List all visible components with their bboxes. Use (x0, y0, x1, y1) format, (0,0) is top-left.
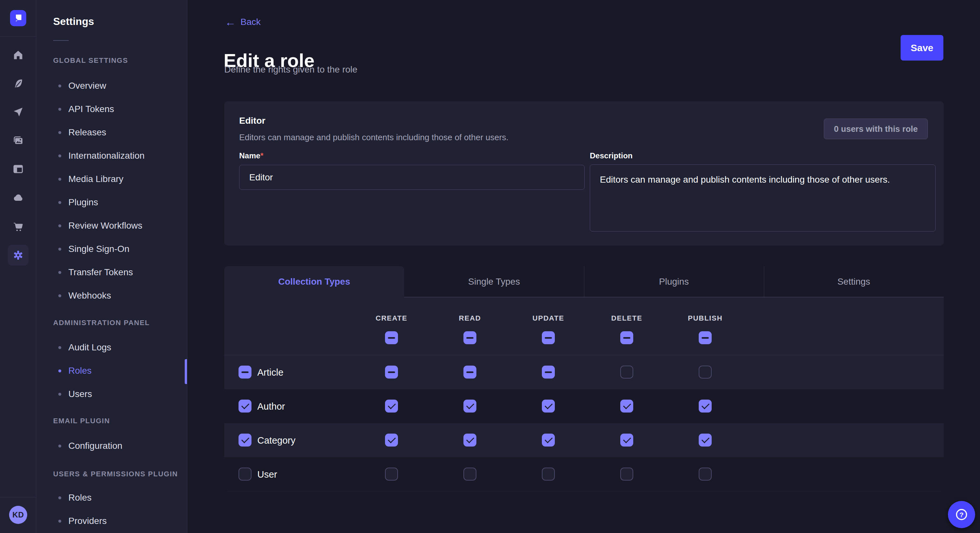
permission-row-article: Article (224, 355, 944, 389)
back-link[interactable]: ← Back (225, 14, 261, 30)
permission-row-author: Author (224, 389, 944, 423)
cloud-icon[interactable] (8, 187, 29, 208)
settings-gear-icon[interactable] (8, 245, 29, 265)
checkbox-category-create[interactable] (385, 434, 398, 447)
help-button[interactable]: ? (948, 501, 975, 528)
sidebar-item-internationalization[interactable]: Internationalization (36, 144, 187, 167)
bullet-icon (58, 393, 61, 396)
media-library-icon[interactable] (8, 130, 29, 151)
description-field-label: Description (590, 151, 633, 160)
select-all-update-checkbox[interactable] (542, 331, 555, 344)
save-button[interactable]: Save (900, 35, 943, 60)
checkbox-article-create[interactable] (385, 366, 398, 379)
sidebar-item-label: Audit Logs (68, 342, 111, 353)
sidebar-item-label: Internationalization (68, 151, 145, 161)
sidebar-item-transfer-tokens[interactable]: Transfer Tokens (36, 261, 187, 284)
sidebar-item-up-roles[interactable]: Roles (36, 486, 187, 509)
tab-plugins[interactable]: Plugins (584, 266, 764, 297)
active-item-indicator (185, 359, 187, 384)
bullet-icon (58, 497, 61, 499)
column-header-read: READ (459, 314, 481, 322)
cart-icon[interactable] (8, 216, 29, 237)
section-email-plugin: EMAIL PLUGIN (53, 414, 187, 428)
sidebar-item-review-workflows[interactable]: Review Workflows (36, 214, 187, 237)
sidebar-item-users[interactable]: Users (36, 382, 187, 406)
checkbox-user-create[interactable] (385, 468, 398, 481)
name-input[interactable] (239, 165, 585, 190)
sidebar-item-label: Roles (68, 493, 92, 503)
permission-row-user: User (224, 457, 944, 491)
select-all-publish-checkbox[interactable] (699, 331, 712, 344)
sidebar-item-webhooks[interactable]: Webhooks (36, 284, 187, 307)
permissions-tabs: Collection Types Single Types Plugins Se… (224, 266, 944, 297)
sidebar-item-configuration[interactable]: Configuration (36, 434, 187, 458)
description-textarea[interactable]: Editors can manage and publish contents … (590, 165, 935, 232)
bullet-icon (58, 248, 61, 251)
checkbox-category-publish[interactable] (699, 434, 712, 447)
bullet-icon (58, 84, 61, 87)
checkbox-user-delete[interactable] (620, 468, 633, 481)
svg-text:?: ? (959, 511, 964, 519)
row-checkbox[interactable] (239, 434, 251, 447)
checkbox-user-publish[interactable] (699, 468, 712, 481)
bullet-icon (58, 370, 61, 373)
sidebar-item-label: Configuration (68, 441, 123, 451)
checkbox-category-read[interactable] (463, 434, 476, 447)
checkbox-user-read[interactable] (463, 468, 476, 481)
checkbox-category-update[interactable] (542, 434, 555, 447)
tab-settings[interactable]: Settings (764, 266, 944, 297)
checkbox-author-create[interactable] (385, 400, 398, 412)
select-all-delete-checkbox[interactable] (620, 331, 633, 344)
sidebar-item-providers[interactable]: Providers (36, 509, 187, 533)
checkbox-author-update[interactable] (542, 400, 555, 412)
settings-sidebar: Settings GLOBAL SETTINGS Overview API To… (36, 0, 187, 533)
column-header-delete: DELETE (611, 314, 642, 322)
sidebar-title-divider (53, 40, 69, 41)
select-all-read-checkbox[interactable] (463, 331, 476, 344)
checkbox-author-delete[interactable] (620, 400, 633, 412)
column-header-publish: PUBLISH (688, 314, 722, 322)
user-avatar[interactable]: KD (9, 506, 27, 524)
sidebar-item-media-library[interactable]: Media Library (36, 167, 187, 191)
sidebar-item-label: API Tokens (68, 104, 114, 114)
layout-icon[interactable] (8, 159, 29, 179)
select-all-create-checkbox[interactable] (385, 331, 398, 344)
sidebar-item-label: Webhooks (68, 290, 111, 301)
checkbox-article-read[interactable] (463, 366, 476, 379)
feather-icon[interactable] (8, 73, 29, 94)
checkbox-article-publish[interactable] (699, 366, 712, 379)
bullet-icon (58, 520, 61, 523)
sidebar-item-overview[interactable]: Overview (36, 74, 187, 97)
name-field-label: Name* (239, 151, 264, 160)
role-details-card: Editor Editors can manage and publish co… (224, 102, 944, 246)
checkbox-category-delete[interactable] (620, 434, 633, 447)
sidebar-item-single-sign-on[interactable]: Single Sign-On (36, 237, 187, 261)
paper-plane-icon[interactable] (8, 102, 29, 122)
checkbox-article-delete[interactable] (620, 366, 633, 379)
row-checkbox[interactable] (239, 400, 251, 412)
sidebar-item-label: Single Sign-On (68, 244, 129, 254)
tab-collection-types[interactable]: Collection Types (224, 266, 404, 297)
sidebar-item-releases[interactable]: Releases (36, 121, 187, 144)
logo-box[interactable] (0, 0, 36, 36)
users-with-role-badge[interactable]: 0 users with this role (824, 119, 928, 139)
sidebar-item-api-tokens[interactable]: API Tokens (36, 97, 187, 121)
row-checkbox[interactable] (239, 366, 251, 379)
sidebar-item-roles-active[interactable]: Roles (36, 359, 187, 382)
checkbox-user-update[interactable] (542, 468, 555, 481)
sidebar-item-plugins[interactable]: Plugins (36, 191, 187, 214)
sidebar-item-label: Plugins (68, 197, 98, 208)
question-mark-icon: ? (955, 508, 969, 522)
bullet-icon (58, 444, 61, 447)
tab-single-types[interactable]: Single Types (404, 266, 584, 297)
checkbox-author-publish[interactable] (699, 400, 712, 412)
sidebar-item-label: Overview (68, 81, 106, 91)
home-icon[interactable] (8, 45, 29, 65)
checkbox-author-read[interactable] (463, 400, 476, 412)
bullet-icon (58, 294, 61, 297)
checkbox-article-update[interactable] (542, 366, 555, 379)
column-header-update: UPDATE (533, 314, 564, 322)
row-checkbox[interactable] (239, 468, 251, 481)
bullet-icon (58, 154, 61, 157)
sidebar-item-audit-logs[interactable]: Audit Logs (36, 336, 187, 359)
